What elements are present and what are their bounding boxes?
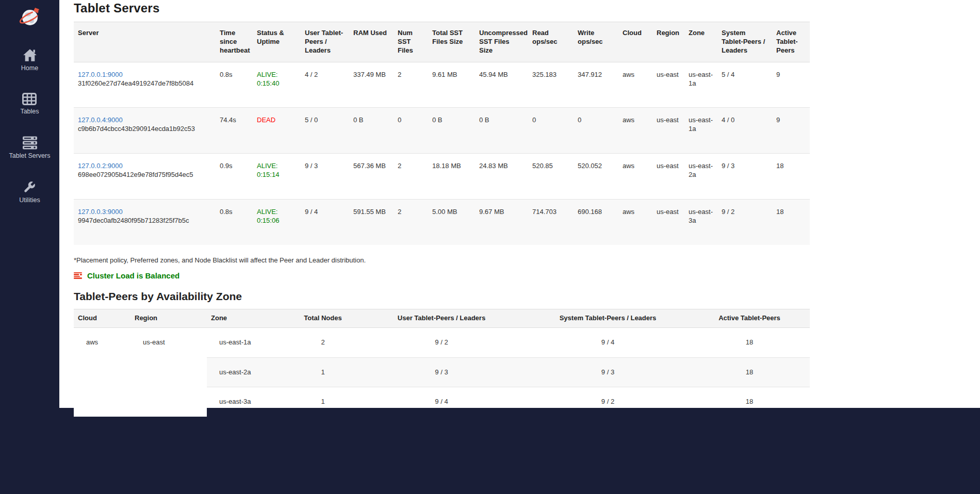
active-peers-cell: 9 (772, 108, 810, 154)
home-icon (23, 48, 37, 62)
tablet-servers-icon (22, 136, 38, 150)
server-cell: 127.0.0.2:9000 698ee072905b412e9e78fd75f… (74, 154, 216, 200)
zone-cell: us-east-1a (207, 327, 289, 357)
sst-size-cell: 0 B (428, 108, 475, 154)
sidebar-item-tables[interactable]: Tables (20, 93, 39, 115)
zone-cell: us-east-3a (207, 387, 289, 417)
sst-size-cell: 9.61 MB (428, 62, 475, 108)
status-cell: DEAD (253, 108, 301, 154)
status-cell: ALIVE: 0:15:40 (253, 62, 301, 108)
server-uuid: 9947dec0afb2480f95b71283f25f7b5c (78, 217, 211, 225)
sidebar-item-label: Utilities (19, 196, 40, 204)
server-link[interactable]: 127.0.0.1:9000 (78, 71, 123, 78)
header-row: Server Time since heartbeat Status & Upt… (74, 22, 810, 62)
sidebar: Home Tables (0, 0, 59, 494)
uptime-label: 0:15:40 (257, 79, 297, 88)
read-ops-cell: 325.183 (528, 62, 574, 108)
col-header-cloud: Cloud (74, 309, 130, 327)
uncompressed-sst-cell: 9.67 MB (475, 200, 528, 245)
active-peers-cell: 9 (772, 62, 810, 108)
system-peers-cell: 4 / 0 (717, 108, 772, 154)
server-uuid: 698ee072905b412e9e78fd75f95d4ec5 (78, 171, 211, 179)
region-cell: us-east (130, 327, 207, 417)
status-label: ALIVE: (257, 162, 297, 171)
cloud-cell: aws (618, 108, 652, 154)
sst-size-cell: 5.00 MB (428, 200, 475, 245)
table-row-server-3: 127.0.0.2:9000 698ee072905b412e9e78fd75f… (74, 154, 810, 200)
num-sst-cell: 2 (394, 200, 428, 245)
col-header-cloud: Cloud (618, 22, 652, 62)
table-row-server-4: 127.0.0.3:9000 9947dec0afb2480f95b71283f… (74, 200, 810, 245)
wrench-icon (23, 180, 36, 194)
col-header-ram: RAM Used (349, 22, 394, 62)
region-cell: us-east (652, 154, 684, 200)
heartbeat-cell: 0.8s (216, 200, 253, 245)
num-sst-cell: 0 (394, 108, 428, 154)
server-cell: 127.0.0.3:9000 9947dec0afb2480f95b71283f… (74, 200, 216, 245)
col-header-region: Region (652, 22, 684, 62)
server-link[interactable]: 127.0.0.3:9000 (78, 208, 123, 216)
cloud-cell: aws (618, 62, 652, 108)
status-cell: ALIVE: 0:15:14 (253, 154, 301, 200)
heartbeat-cell: 0.9s (216, 154, 253, 200)
uncompressed-sst-cell: 0 B (475, 108, 528, 154)
col-header-system-peers: System Tablet-Peers / Leaders (527, 309, 689, 327)
col-header-sst-size: Total SST Files Size (428, 22, 475, 62)
read-ops-cell: 714.703 (528, 200, 574, 245)
heartbeat-cell: 0.8s (216, 62, 253, 108)
col-header-num-sst: Num SST Files (394, 22, 428, 62)
write-ops-cell: 520.052 (574, 154, 618, 200)
server-uuid: c9b6b7d4cbcc43b290914ecda1b92c53 (78, 125, 211, 134)
uptime-label: 0:15:06 (257, 217, 297, 225)
num-sst-cell: 2 (394, 154, 428, 200)
col-header-status: Status & Uptime (253, 22, 301, 62)
server-link[interactable]: 127.0.0.4:9000 (78, 116, 123, 124)
active-peers-cell: 18 (689, 387, 810, 417)
system-peers-cell: 9 / 4 (527, 327, 689, 357)
servers-table-header: Server Time since heartbeat Status & Upt… (74, 22, 810, 62)
load-balance-icon (74, 272, 82, 279)
col-header-read-ops: Read ops/sec (528, 22, 574, 62)
total-nodes-cell: 1 (289, 357, 356, 387)
col-header-region: Region (130, 309, 207, 327)
active-peers-cell: 18 (689, 327, 810, 357)
heartbeat-cell: 74.4s (216, 108, 253, 154)
cluster-balance-status: Cluster Load is Balanced (74, 271, 980, 280)
sidebar-nav: Home Tables (9, 48, 51, 204)
num-sst-cell: 2 (394, 62, 428, 108)
cloud-cell: aws (618, 200, 652, 245)
user-peers-cell: 9 / 2 (356, 327, 527, 357)
placement-policy-footnote: *Placement policy, Preferred zones, and … (74, 256, 980, 264)
sidebar-item-home[interactable]: Home (21, 48, 38, 72)
write-ops-cell: 690.168 (574, 200, 618, 245)
total-nodes-cell: 2 (289, 327, 356, 357)
server-uuid: 31f0260e27d74ea4919247de7f8b5084 (78, 79, 211, 88)
status-label: ALIVE: (257, 208, 297, 217)
col-header-server: Server (74, 22, 216, 62)
uncompressed-sst-cell: 45.94 MB (475, 62, 528, 108)
region-cell: us-east (652, 200, 684, 245)
sidebar-item-tablet-servers[interactable]: Tablet Servers (9, 136, 51, 159)
user-peers-cell: 9 / 4 (301, 200, 349, 245)
yugabytedb-logo-icon[interactable] (18, 5, 42, 29)
zone-cell: us-east-1a (684, 108, 717, 154)
sidebar-item-label: Tables (20, 108, 39, 115)
ram-cell: 567.36 MB (349, 154, 394, 200)
col-header-heartbeat: Time since heartbeat (216, 22, 253, 62)
ram-cell: 337.49 MB (349, 62, 394, 108)
system-peers-cell: 5 / 4 (717, 62, 772, 108)
server-link[interactable]: 127.0.0.2:9000 (78, 162, 123, 170)
col-header-zone: Zone (207, 309, 289, 327)
balance-status-text: Cluster Load is Balanced (87, 271, 179, 280)
write-ops-cell: 347.912 (574, 62, 618, 108)
col-header-active-peers: Active Tablet-Peers (772, 22, 810, 62)
status-label: DEAD (257, 116, 297, 125)
table-row-server-2: 127.0.0.4:9000 c9b6b7d4cbcc43b290914ecda… (74, 108, 810, 154)
header-row: Cloud Region Zone Total Nodes User Table… (74, 309, 810, 327)
user-peers-cell: 9 / 3 (301, 154, 349, 200)
sidebar-item-utilities[interactable]: Utilities (19, 180, 40, 204)
ram-cell: 0 B (349, 108, 394, 154)
col-header-zone: Zone (684, 22, 717, 62)
col-header-write-ops: Write ops/sec (574, 22, 618, 62)
col-header-user-peers: User Tablet-Peers / Leaders (301, 22, 349, 62)
